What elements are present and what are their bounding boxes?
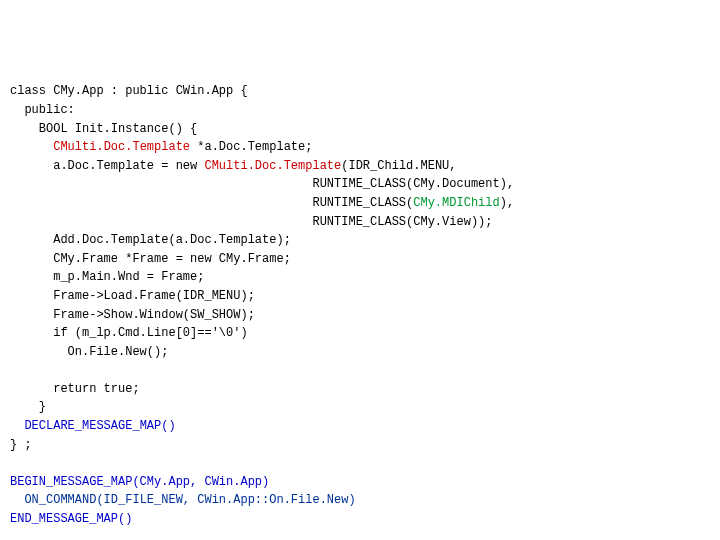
code-line: RUNTIME_CLASS(CMy.Document), — [10, 177, 514, 191]
code-line: *a.Doc.Template; — [190, 140, 312, 154]
code-line: Frame->Load.Frame(IDR_MENU); — [10, 289, 255, 303]
code-line: On.File.New(); — [10, 345, 168, 359]
code-line: ), — [500, 196, 514, 210]
code-line: m_p.Main.Wnd = Frame; — [10, 270, 204, 284]
code-line: if (m_lp.Cmd.Line[0]=='\0') — [10, 326, 248, 340]
macro: DECLARE_MESSAGE_MAP() — [24, 419, 175, 433]
code-line: return true; — [10, 382, 140, 396]
macro: BEGIN_MESSAGE_MAP(CMy.App, CWin.App) — [10, 475, 269, 489]
code-line: Add.Doc.Template(a.Doc.Template); — [10, 233, 291, 247]
code-line: (IDR_Child.MENU, — [341, 159, 456, 173]
code-line: RUNTIME_CLASS(CMy.View)); — [10, 215, 492, 229]
code-line: BOOL Init.Instance() { — [10, 122, 197, 136]
type-name: CMulti.Doc.Template — [204, 159, 341, 173]
code-line: a.Doc.Template = new — [10, 159, 204, 173]
code-line: public: — [10, 103, 75, 117]
code-line: } — [10, 400, 46, 414]
macro: END_MESSAGE_MAP() — [10, 512, 132, 526]
code-line — [10, 493, 24, 507]
code-line — [10, 419, 24, 433]
code-line — [10, 140, 53, 154]
code-listing: class CMy.App : public CWin.App { public… — [10, 82, 710, 540]
macro: ON_COMMAND(ID_FILE_NEW, CWin.App::On.Fil… — [24, 493, 355, 507]
code-line: } ; — [10, 438, 32, 452]
type-name: CMulti.Doc.Template — [53, 140, 190, 154]
code-line: Frame->Show.Window(SW_SHOW); — [10, 308, 255, 322]
code-line: CMy.Frame *Frame = new CMy.Frame; — [10, 252, 291, 266]
code-line: RUNTIME_CLASS( — [10, 196, 413, 210]
code-line: class CMy.App : public CWin.App { — [10, 84, 248, 98]
type-name: CMy.MDIChild — [413, 196, 499, 210]
